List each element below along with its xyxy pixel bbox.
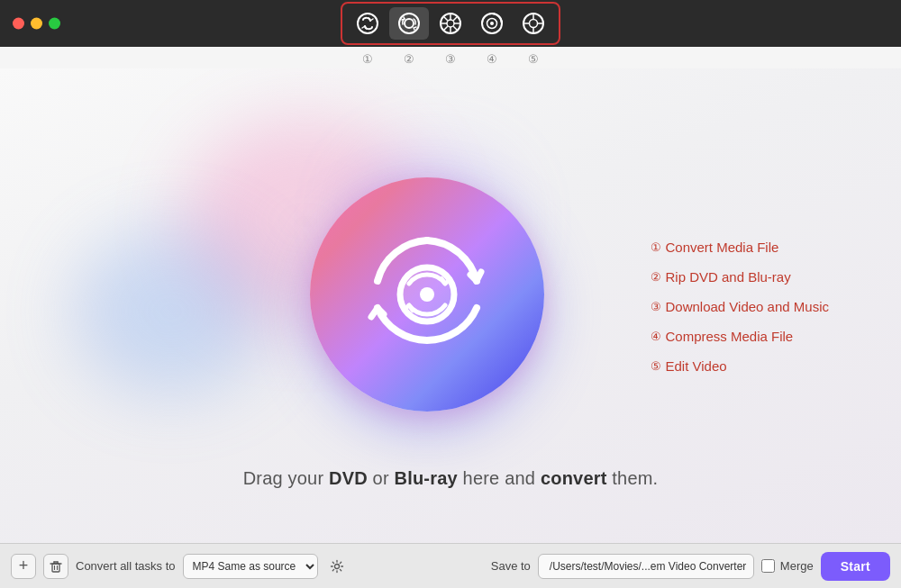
- svg-line-10: [453, 26, 458, 31]
- feature-label-3: Download Video and Music: [665, 298, 829, 313]
- tab-download[interactable]: [431, 7, 470, 40]
- feature-item-4: ④ Compress Media File: [651, 328, 829, 343]
- tab-num-2: ②: [389, 52, 429, 67]
- svg-line-11: [453, 16, 458, 21]
- svg-point-4: [447, 20, 454, 27]
- svg-point-2: [405, 19, 414, 28]
- save-to-label: Save to: [491, 559, 531, 573]
- bg-blob-blue: [72, 231, 270, 393]
- drag-drop-text: Drag your DVD or Blu-ray here and conver…: [243, 468, 659, 489]
- feature-num-3: ③: [651, 299, 661, 312]
- convert-all-label: Convert all tasks to: [76, 559, 176, 573]
- bluray-bold: Blu-ray: [395, 468, 458, 488]
- feature-label-2: Rip DVD and Blu-ray: [665, 268, 790, 284]
- trash-icon: [49, 559, 63, 574]
- svg-rect-24: [52, 564, 59, 572]
- feature-label-5: Edit Video: [665, 357, 726, 373]
- tab-compress[interactable]: [472, 7, 512, 40]
- feature-item-3: ③ Download Video and Music: [651, 298, 829, 313]
- save-path-text: /Users/test/Movies/...em Video Converter: [550, 560, 747, 573]
- minimize-button[interactable]: [31, 18, 42, 30]
- feature-num-1: ①: [651, 240, 661, 253]
- feature-num-5: ⑤: [651, 358, 661, 372]
- feature-num-4: ④: [651, 329, 661, 342]
- add-button[interactable]: +: [11, 554, 36, 579]
- maximize-button[interactable]: [49, 18, 60, 30]
- tab-num-3: ③: [431, 52, 470, 67]
- convert-bold: convert: [541, 468, 607, 488]
- tab-num-5: ⑤: [514, 52, 553, 67]
- bottom-bar: + Convert all tasks to MP4 Same as sourc…: [0, 543, 901, 588]
- svg-line-9: [443, 16, 448, 21]
- settings-icon: [330, 559, 344, 574]
- feature-label-1: Convert Media File: [665, 239, 778, 254]
- feature-label-4: Compress Media File: [665, 328, 793, 343]
- svg-line-12: [443, 26, 448, 31]
- tab-num-1: ①: [348, 52, 387, 67]
- tab-convert[interactable]: [348, 7, 387, 40]
- traffic-lights: [13, 18, 60, 30]
- feature-num-2: ②: [651, 269, 661, 283]
- settings-button[interactable]: [325, 555, 349, 578]
- svg-point-31: [334, 564, 339, 568]
- main-logo-svg: [355, 222, 499, 366]
- main-logo-circle: [310, 177, 544, 412]
- tab-edit[interactable]: [514, 7, 553, 40]
- svg-point-0: [358, 14, 378, 33]
- save-path-button[interactable]: /Users/test/Movies/...em Video Converter: [538, 554, 754, 579]
- start-button[interactable]: Start: [821, 552, 890, 581]
- format-select[interactable]: MP4 Same as source: [183, 554, 318, 579]
- tab-numbers-row: ① ② ③ ④ ⑤: [0, 47, 901, 68]
- close-button[interactable]: [13, 18, 24, 30]
- svg-point-23: [420, 287, 434, 302]
- tab-num-4: ④: [472, 52, 512, 67]
- feature-list: ① Convert Media File ② Rip DVD and Blu-r…: [651, 239, 829, 373]
- tab-bar: [341, 2, 560, 45]
- svg-point-15: [490, 22, 494, 25]
- titlebar: [0, 0, 901, 47]
- main-content: ① Convert Media File ② Rip DVD and Blu-r…: [0, 68, 901, 543]
- dvd-bold: DVD: [329, 468, 368, 488]
- svg-point-17: [530, 20, 538, 28]
- feature-item-1: ① Convert Media File: [651, 239, 829, 254]
- feature-item-5: ⑤ Edit Video: [651, 357, 829, 373]
- app-window: ① ② ③ ④ ⑤: [0, 0, 901, 588]
- format-select-wrapper: MP4 Same as source: [183, 554, 318, 579]
- feature-item-2: ② Rip DVD and Blu-ray: [651, 268, 829, 284]
- delete-button[interactable]: [43, 554, 68, 579]
- center-icon-wrapper: [310, 177, 544, 412]
- tab-rip[interactable]: [389, 7, 429, 40]
- merge-checkbox[interactable]: [761, 559, 775, 573]
- merge-label: Merge: [780, 559, 814, 573]
- merge-wrapper: Merge: [761, 559, 814, 573]
